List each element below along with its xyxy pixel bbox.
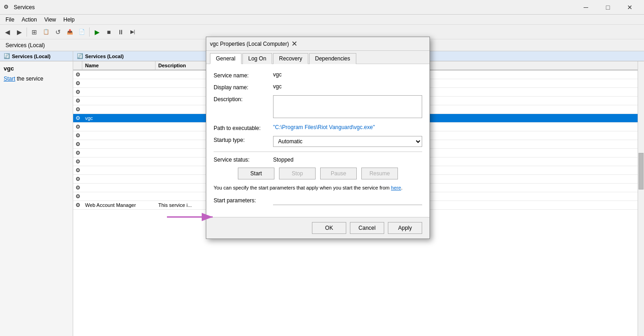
service-status-label: Service status: [214, 157, 273, 163]
stop-service-button[interactable]: Stop [279, 168, 316, 179]
apply-button[interactable]: Apply [388, 222, 422, 234]
form-row-service-name: Service name: vgc [214, 71, 422, 79]
form-row-description: Description: [214, 95, 422, 119]
start-service-button[interactable]: Start [238, 168, 274, 179]
start-params-label: Start parameters: [214, 196, 273, 204]
dialog-tab-general[interactable]: General [210, 53, 242, 64]
dialog-title-bar: vgc Properties (Local Computer) ✕ [206, 37, 429, 51]
service-status-value: Stopped [273, 157, 294, 163]
form-row-start-params: Start parameters: [214, 196, 422, 205]
start-params-input[interactable] [273, 196, 422, 205]
form-row-display-name: Display name: vgc [214, 83, 422, 91]
dialog-footer: OK Cancel Apply [206, 217, 429, 238]
service-status-row: Service status: Stopped [214, 157, 422, 163]
form-divider [214, 152, 422, 152]
form-row-startup: Startup type: Automatic Manual Disabled [214, 136, 422, 147]
display-name-label: Display name: [214, 83, 273, 91]
ok-button[interactable]: OK [312, 222, 346, 234]
pause-service-button[interactable]: Pause [320, 168, 357, 179]
info-text: You can specify the start parameters tha… [214, 184, 422, 192]
dialog-title-text: vgc Properties (Local Computer) [210, 41, 289, 47]
form-row-path: Path to executable: "C:\Program Files\Ri… [214, 124, 422, 131]
dialog-close-button[interactable]: ✕ [289, 38, 300, 49]
dialog-tab-recovery[interactable]: Recovery [273, 53, 308, 64]
path-value: "C:\Program Files\Riot Vanguard\vgc.exe" [273, 124, 422, 130]
description-textarea[interactable] [273, 95, 422, 118]
info-here-link[interactable]: here [391, 185, 401, 190]
path-label: Path to executable: [214, 124, 273, 131]
cancel-button[interactable]: Cancel [350, 222, 384, 234]
startup-type-select[interactable]: Automatic Manual Disabled [273, 136, 422, 147]
service-name-label: Service name: [214, 71, 273, 79]
service-name-value: vgc [273, 71, 422, 78]
dialog-tab-logon[interactable]: Log On [242, 53, 272, 64]
info-text-before: You can specify the start parameters tha… [214, 185, 391, 190]
display-name-value: vgc [273, 83, 422, 90]
info-text-after: . [401, 185, 402, 190]
dialog-tabs: General Log On Recovery Dependencies [206, 51, 429, 64]
dialog-tab-dependencies[interactable]: Dependencies [309, 53, 356, 64]
properties-dialog: vgc Properties (Local Computer) ✕ Genera… [206, 37, 430, 239]
resume-service-button[interactable]: Resume [361, 168, 398, 179]
dialog-overlay: vgc Properties (Local Computer) ✕ Genera… [0, 0, 644, 336]
description-container [273, 95, 422, 119]
description-label: Description: [214, 95, 273, 103]
dialog-content: Service name: vgc Display name: vgc Desc… [206, 64, 429, 217]
service-control-buttons: Start Stop Pause Resume [214, 168, 422, 179]
startup-type-label: Startup type: [214, 136, 273, 143]
